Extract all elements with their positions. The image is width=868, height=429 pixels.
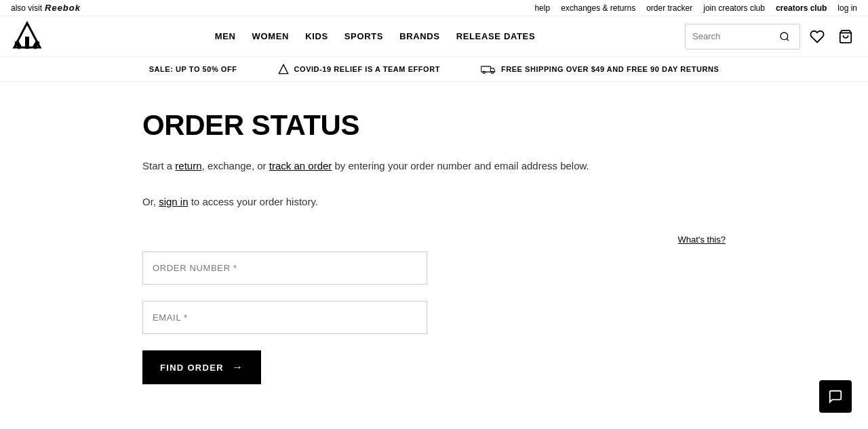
order-number-input[interactable] xyxy=(142,251,427,285)
exchanges-returns-link[interactable]: exchanges & returns xyxy=(561,3,635,13)
search-input[interactable] xyxy=(692,31,772,41)
page-title: ORDER STATUS xyxy=(142,109,726,142)
sign-in-part1: Or, xyxy=(142,196,159,207)
main-nav: MEN WOMEN KIDS SPORTS BRANDS RELEASE DAT… xyxy=(65,31,685,41)
svg-rect-9 xyxy=(481,66,491,72)
chat-bubble[interactable] xyxy=(819,380,852,413)
promo-shipping: FREE SHIPPING OVER $49 AND FREE 90 DAY R… xyxy=(481,64,719,75)
promo-shipping-text: FREE SHIPPING OVER $49 AND FREE 90 DAY R… xyxy=(501,65,719,73)
nav-brands[interactable]: BRANDS xyxy=(399,31,440,41)
sign-in-link[interactable]: sign in xyxy=(159,196,188,207)
promo-sale-text: SALE: UP TO 50% OFF xyxy=(149,65,237,73)
nav-kids[interactable]: KIDS xyxy=(305,31,328,41)
svg-marker-8 xyxy=(279,64,288,73)
return-link[interactable]: return xyxy=(175,160,201,171)
email-input[interactable] xyxy=(142,301,427,334)
order-number-group xyxy=(142,251,427,285)
svg-line-6 xyxy=(787,39,789,41)
header-actions xyxy=(685,24,857,49)
truck-icon xyxy=(481,64,496,75)
heart-icon xyxy=(810,29,825,44)
help-link[interactable]: help xyxy=(534,3,550,13)
utility-bar: also visit Reebok help exchanges & retur… xyxy=(0,0,868,16)
find-order-button[interactable]: FIND ORDER → xyxy=(142,350,261,384)
also-visit: also visit Reebok xyxy=(11,3,81,13)
promo-sale: SALE: UP TO 50% OFF xyxy=(149,65,237,73)
logo-area[interactable] xyxy=(11,19,43,54)
creators-club-link[interactable]: creators club xyxy=(776,3,827,13)
find-order-label: FIND ORDER xyxy=(160,363,224,373)
desc-part1: Start a xyxy=(142,160,175,171)
sign-in-text: Or, sign in to access your order history… xyxy=(142,196,726,207)
cart-button[interactable] xyxy=(834,25,857,48)
reebok-logo: Reebok xyxy=(45,3,81,13)
desc-part2: , exchange, or xyxy=(202,160,269,171)
track-order-link[interactable]: track an order xyxy=(269,160,332,171)
nav-release-dates[interactable]: RELEASE DATES xyxy=(456,31,536,41)
promo-covid: COVID-19 RELIEF IS A TEAM EFFORT xyxy=(278,64,440,75)
order-tracker-link[interactable]: order tracker xyxy=(646,3,692,13)
also-visit-label: also visit xyxy=(11,3,42,13)
chat-icon xyxy=(828,389,843,404)
promo-covid-text: COVID-19 RELIEF IS A TEAM EFFORT xyxy=(294,65,440,73)
wishlist-button[interactable] xyxy=(806,25,829,48)
cart-icon xyxy=(838,29,853,44)
search-icon xyxy=(779,31,790,42)
main-content: ORDER STATUS Start a return, exchange, o… xyxy=(129,82,739,411)
desc-part3: by entering your order number and email … xyxy=(332,160,589,171)
description-text: Start a return, exchange, or track an or… xyxy=(142,158,726,174)
promo-bar: SALE: UP TO 50% OFF COVID-19 RELIEF IS A… xyxy=(0,57,868,82)
nav-sports[interactable]: SPORTS xyxy=(344,31,383,41)
what-this-link[interactable]: What's this? xyxy=(678,234,726,245)
main-header: MEN WOMEN KIDS SPORTS BRANDS RELEASE DAT… xyxy=(0,16,868,57)
svg-point-11 xyxy=(491,71,493,73)
search-box[interactable] xyxy=(685,24,800,49)
nav-women[interactable]: WOMEN xyxy=(252,31,290,41)
svg-point-10 xyxy=(483,71,485,73)
sign-in-part2: to access your order history. xyxy=(189,196,318,207)
adidas-logo xyxy=(11,19,43,54)
search-button[interactable] xyxy=(776,28,793,45)
join-creators-club-link[interactable]: join creators club xyxy=(703,3,765,13)
what-this-container: What's this? xyxy=(441,234,726,245)
nav-men[interactable]: MEN xyxy=(215,31,236,41)
email-group xyxy=(142,301,427,334)
adidas-small-icon xyxy=(278,64,289,75)
svg-point-5 xyxy=(781,33,788,40)
arrow-right-icon: → xyxy=(232,361,243,373)
log-in-link[interactable]: log in xyxy=(837,3,857,13)
